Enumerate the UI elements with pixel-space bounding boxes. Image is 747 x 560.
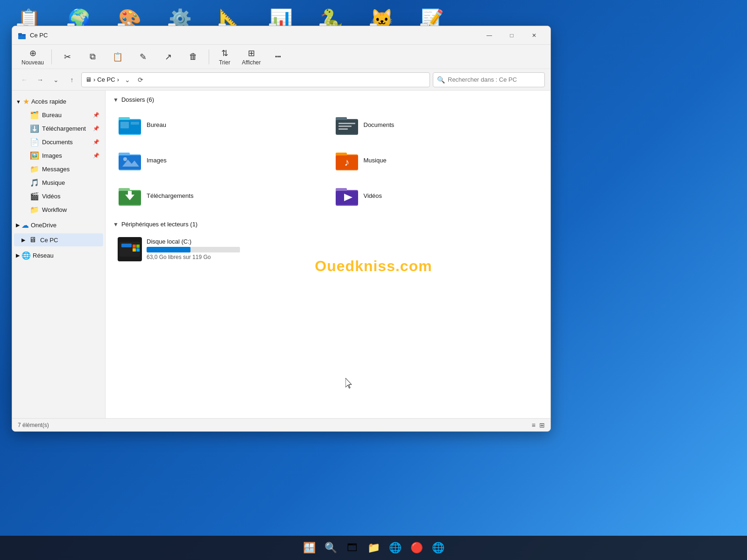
taskbar-center: 🪟 🔍 🗔 📁 🌐 🔴 🌐 xyxy=(299,538,448,558)
close-button[interactable]: ✕ xyxy=(523,28,545,43)
monitor-icon: 🖥 xyxy=(85,76,92,83)
workflow-label: Workflow xyxy=(42,206,99,213)
folder-item-bureau[interactable]: Bureau xyxy=(113,109,326,140)
sidebar-item-telechargement[interactable]: ⬇️ Téléchargement 📌 xyxy=(14,122,103,135)
folder-item-musique[interactable]: ♪ Musique xyxy=(330,144,543,176)
videos-folder-label: Vidéos xyxy=(364,192,382,199)
taskview-button[interactable]: 🗔 xyxy=(342,538,362,558)
chrome-button[interactable]: 🌐 xyxy=(428,538,448,558)
bureau-label: Bureau xyxy=(42,112,90,119)
onedrive-header[interactable]: ▶ ☁ OneDrive xyxy=(12,218,105,231)
musique-label: Musique xyxy=(42,179,99,186)
paste-button[interactable]: 📋 xyxy=(106,50,129,64)
sort-label: Trier xyxy=(219,59,230,66)
sidebar-item-ce-pc[interactable]: ▶ 🖥 Ce PC xyxy=(14,233,103,246)
sidebar-item-documents[interactable]: 📄 Documents 📌 xyxy=(14,135,103,148)
up-button[interactable]: ↑ xyxy=(65,73,78,86)
peripheriques-section-header[interactable]: ▼ Périphériques et lecteurs (1) xyxy=(113,221,543,228)
reseau-header[interactable]: ▶ 🌐 Réseau xyxy=(12,248,105,262)
images-label: Images xyxy=(42,152,90,159)
folder-item-documents[interactable]: Documents xyxy=(330,109,543,140)
list-view-icon[interactable]: ≡ xyxy=(532,421,536,429)
quick-access-section: ▼ ★ Accès rapide 🗂️ Bureau 📌 ⬇️ Téléchar… xyxy=(12,94,105,216)
status-bar-right: ≡ ⊞ xyxy=(532,421,545,429)
sidebar-item-bureau[interactable]: 🗂️ Bureau 📌 xyxy=(14,108,103,121)
quick-access-label: Accès rapide xyxy=(31,98,66,105)
delete-button[interactable]: 🗑 xyxy=(182,50,205,63)
view-button[interactable]: ⊞ Afficher xyxy=(238,46,264,68)
svg-rect-37 xyxy=(136,245,140,248)
videos-sidebar-icon: 🎬 xyxy=(30,191,39,201)
minimize-button[interactable]: — xyxy=(479,28,500,43)
reseau-section: ▶ 🌐 Réseau xyxy=(12,248,105,262)
pin-icon-3: 📌 xyxy=(93,139,99,145)
svg-text:♪: ♪ xyxy=(344,156,349,168)
drive-c-icon xyxy=(118,237,142,261)
svg-rect-11 xyxy=(338,123,355,124)
firefox-button[interactable]: 🔴 xyxy=(407,538,426,558)
ce-pc-label: Ce PC xyxy=(40,237,99,244)
window-controls: — □ ✕ xyxy=(479,28,545,43)
drive-item-c[interactable]: Disque local (C:) 63,0 Go libres sur 119… xyxy=(113,233,543,265)
folder-item-telechargements[interactable]: Téléchargements xyxy=(113,180,326,211)
maximize-button[interactable]: □ xyxy=(501,28,522,43)
sidebar-item-videos[interactable]: 🎬 Vidéos xyxy=(14,189,103,203)
search-icon: 🔍 xyxy=(437,76,445,84)
pin-icon: 📌 xyxy=(93,112,99,118)
desktop: 📋 ↗ PRONOTE 🌍 ↗ Google Earth Pro 🎨 ↗ Cor… xyxy=(0,0,747,532)
svg-rect-38 xyxy=(136,248,140,252)
documents-folder-label: Documents xyxy=(364,121,395,128)
search-input[interactable] xyxy=(448,76,541,83)
scissors-icon: ✂ xyxy=(64,52,71,62)
copy-button[interactable]: ⧉ xyxy=(81,50,104,63)
svg-rect-35 xyxy=(133,245,136,248)
nouveau-button[interactable]: ⊕ Nouveau xyxy=(18,46,48,68)
browser-button[interactable]: 🌐 xyxy=(385,538,405,558)
images-folder-icon xyxy=(118,148,142,172)
svg-rect-34 xyxy=(121,244,132,247)
dropdown-button[interactable]: ⌄ xyxy=(49,73,63,86)
path-dropdown-button[interactable]: ⌄ xyxy=(121,73,134,86)
videos-label: Vidéos xyxy=(42,193,99,200)
address-bar: ← → ⌄ ↑ 🖥 › Ce PC › ⌄ ⟳ 🔍 xyxy=(12,69,550,91)
onedrive-section: ▶ ☁ OneDrive xyxy=(12,218,105,231)
rename-button[interactable]: ✎ xyxy=(131,50,155,64)
items-count: 7 élément(s) xyxy=(18,422,49,428)
cut-button[interactable]: ✂ xyxy=(56,50,79,64)
dossiers-section-header[interactable]: ▼ Dossiers (6) xyxy=(113,96,543,103)
grid-view-icon[interactable]: ⊞ xyxy=(539,421,545,429)
main-area: ▼ ★ Accès rapide 🗂️ Bureau 📌 ⬇️ Téléchar… xyxy=(12,91,550,418)
chevron-down-icon: ▼ xyxy=(16,99,21,105)
peripheriques-chevron-icon: ▼ xyxy=(113,221,119,228)
telechargements-icon xyxy=(118,183,142,208)
sidebar-item-workflow[interactable]: 📁 Workflow xyxy=(14,203,103,216)
window-title: Ce PC xyxy=(30,32,479,39)
sidebar-item-musique[interactable]: 🎵 Musique xyxy=(14,176,103,189)
sidebar-item-messages[interactable]: 📁 Messages xyxy=(14,162,103,175)
musique-sidebar-icon: 🎵 xyxy=(30,178,39,187)
more-button[interactable]: ••• xyxy=(267,52,290,62)
drive-free-text: 63,0 Go libres sur 119 Go xyxy=(147,254,538,260)
share-button[interactable]: ↗ xyxy=(156,50,180,64)
sidebar-item-images[interactable]: 🖼️ Images 📌 xyxy=(14,149,103,162)
svg-rect-36 xyxy=(133,248,136,252)
chevron-right-icon: ▶ xyxy=(16,222,20,228)
back-button[interactable]: ← xyxy=(18,73,31,86)
quick-access-header[interactable]: ▼ ★ Accès rapide xyxy=(12,94,105,108)
svg-rect-1 xyxy=(18,36,26,39)
folder-item-videos[interactable]: Vidéos xyxy=(330,180,543,211)
refresh-button[interactable]: ⟳ xyxy=(134,73,147,86)
forward-button[interactable]: → xyxy=(34,73,47,86)
start-button[interactable]: 🪟 xyxy=(299,538,319,558)
reseau-label: Réseau xyxy=(33,252,54,259)
title-bar: Ce PC — □ ✕ xyxy=(12,26,550,45)
search-button[interactable]: 🔍 xyxy=(321,538,340,558)
svg-rect-7 xyxy=(131,122,139,125)
address-path-box[interactable]: 🖥 › Ce PC › ⌄ ⟳ xyxy=(81,72,430,87)
musique-folder-icon: ♪ xyxy=(335,148,359,172)
explorer-taskbar-button[interactable]: 📁 xyxy=(364,538,383,558)
sort-button[interactable]: ⇅ Trier xyxy=(213,46,236,68)
folder-item-images[interactable]: Images xyxy=(113,144,326,176)
search-box[interactable]: 🔍 xyxy=(433,72,545,87)
onedrive-cloud-icon: ☁ xyxy=(21,221,29,230)
